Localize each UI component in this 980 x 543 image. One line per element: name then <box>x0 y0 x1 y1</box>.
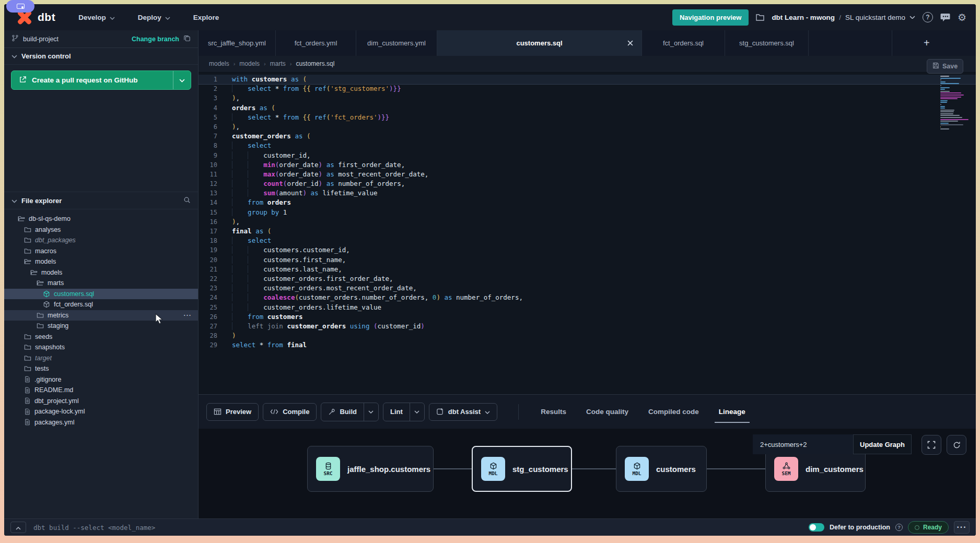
lineage-node-jaffle_shop-customers[interactable]: SRCjaffle_shop.customers <box>307 446 434 492</box>
breadcrumb-models[interactable]: models <box>239 60 260 67</box>
collapse-command-bar-button[interactable] <box>10 522 26 533</box>
code-line-11[interactable]: 11 max(order_date) as most_recent_order_… <box>199 170 976 179</box>
code-line-12[interactable]: 12 count(order_id) as number_of_orders, <box>199 179 976 188</box>
lineage-canvas[interactable]: SRCjaffle_shop.customersMDLstg_customers… <box>199 429 976 518</box>
code-line-5[interactable]: 5 select * from {{ ref('fct_orders')}} <box>199 113 976 122</box>
code-line-1[interactable]: 1with customers as ( <box>199 75 976 84</box>
create-pr-button[interactable]: Create a pull request on GitHub <box>11 70 191 90</box>
build-button[interactable]: Build <box>321 403 364 421</box>
project-breadcrumb[interactable]: dbt Learn - mwong / SL quickstart demo <box>772 14 915 21</box>
settings-gear-icon[interactable]: ⚙ <box>958 11 966 23</box>
panel-tab-results[interactable]: Results <box>540 403 567 421</box>
tree-item-dbt-project-yml[interactable]: dbt_project.yml <box>4 396 198 407</box>
tree-item-snapshots[interactable]: snapshots <box>4 342 198 353</box>
code-line-10[interactable]: 10 min(order_date) as first_order_date, <box>199 160 976 170</box>
code-line-7[interactable]: 7customer_orders as ( <box>199 132 976 141</box>
code-line-24[interactable]: 24 coalesce(customer_orders.number_of_or… <box>199 293 976 302</box>
tree-item-tests[interactable]: tests <box>4 363 198 374</box>
tree-item--gitignore[interactable]: .gitignore <box>4 374 198 385</box>
code-editor[interactable]: 1with customers as (2 select * from {{ r… <box>199 72 976 394</box>
breadcrumb-customers-sql[interactable]: customers.sql <box>296 60 334 67</box>
code-line-17[interactable]: 17final as ( <box>199 227 976 236</box>
tree-item-target[interactable]: target <box>4 353 198 364</box>
update-graph-button[interactable]: Update Graph <box>853 434 912 454</box>
close-tab-icon[interactable] <box>627 40 633 46</box>
navigation-preview-button[interactable]: Navigation preview <box>672 9 749 26</box>
copy-icon[interactable] <box>183 34 191 43</box>
tree-item-metrics[interactable]: metrics··· <box>4 310 198 321</box>
code-line-27[interactable]: 27 left join customer_orders using (cust… <box>199 322 976 331</box>
lint-button[interactable]: Lint <box>383 403 410 421</box>
lineage-node-stg_customers[interactable]: MDLstg_customers <box>472 446 572 492</box>
pr-dropdown-toggle[interactable] <box>173 71 191 89</box>
defer-toggle[interactable] <box>809 523 824 532</box>
tree-item-seeds[interactable]: seeds <box>4 332 198 343</box>
refresh-icon[interactable] <box>947 435 966 455</box>
change-branch-link[interactable]: Change branch <box>132 36 179 43</box>
tree-item-packages-yml[interactable]: packages.yml <box>4 417 198 428</box>
command-input[interactable]: dbt build --select <model_name> <box>33 524 155 532</box>
environment-name[interactable]: SL quickstart demo <box>845 14 905 21</box>
code-line-25[interactable]: 25 customer_orders.lifetime_value <box>199 303 976 312</box>
tree-item-readme-md[interactable]: README.md <box>4 385 198 396</box>
code-line-20[interactable]: 20 customers.first_name, <box>199 255 976 265</box>
code-line-19[interactable]: 19 customers.customer_id, <box>199 245 976 255</box>
feedback-chat-icon[interactable] <box>940 13 950 22</box>
tree-item-fct-orders-sql[interactable]: fct_orders.sql <box>4 299 198 310</box>
tree-item-db-sl-qs-demo[interactable]: db-sl-qs-demo <box>4 214 198 225</box>
tree-item-models[interactable]: models <box>4 267 198 278</box>
search-icon[interactable] <box>183 196 191 205</box>
breadcrumb-marts[interactable]: marts <box>270 60 286 67</box>
panel-tab-compiled-code[interactable]: Compiled code <box>647 403 700 421</box>
tree-item-staging[interactable]: staging <box>4 321 198 332</box>
nav-item-explore[interactable]: Explore <box>193 14 219 21</box>
version-control-header[interactable]: Version control <box>4 48 198 65</box>
tree-item-dbt-packages[interactable]: dbt_packages <box>4 235 198 246</box>
lint-button-dropdown[interactable] <box>410 403 424 421</box>
fullscreen-icon[interactable] <box>921 435 941 455</box>
status-badge[interactable]: Ready <box>908 521 949 534</box>
defer-help-icon[interactable]: ? <box>895 524 903 531</box>
code-line-13[interactable]: 13 sum(amount) as lifetime_value <box>199 188 976 198</box>
tree-item-macros[interactable]: macros <box>4 246 198 257</box>
code-line-9[interactable]: 9 customer_id, <box>199 151 976 160</box>
code-line-16[interactable]: 16), <box>199 217 976 227</box>
chevron-down-icon[interactable] <box>909 16 915 19</box>
tree-item-analyses[interactable]: analyses <box>4 225 198 235</box>
code-line-8[interactable]: 8 select <box>199 141 976 150</box>
build-button-dropdown[interactable] <box>364 403 378 421</box>
panel-tab-lineage[interactable]: Lineage <box>718 403 746 421</box>
breadcrumb-models[interactable]: models <box>209 60 229 67</box>
code-line-28[interactable]: 28) <box>199 331 976 340</box>
lineage-node-customers[interactable]: MDLcustomers <box>616 446 707 492</box>
editor-minimap[interactable] <box>940 76 970 130</box>
tree-item-customers-sql[interactable]: customers.sql <box>4 289 198 300</box>
nav-item-deploy[interactable]: Deploy <box>138 14 170 21</box>
editor-tab-customers-sql[interactable]: customers.sql <box>437 30 642 56</box>
help-icon[interactable]: ? <box>923 12 933 22</box>
code-line-21[interactable]: 21 customers.last_name, <box>199 265 976 274</box>
tree-item-marts[interactable]: marts <box>4 278 198 289</box>
more-options-button[interactable]: ··· <box>954 521 970 534</box>
file-explorer-header[interactable]: File explorer <box>4 192 198 209</box>
tree-item-models[interactable]: models <box>4 256 198 267</box>
code-line-3[interactable]: 3), <box>199 93 976 103</box>
code-line-6[interactable]: 6), <box>199 122 976 132</box>
code-line-14[interactable]: 14 from orders <box>199 198 976 207</box>
project-name[interactable]: dbt Learn - mwong <box>772 14 835 21</box>
code-line-22[interactable]: 22 customer_orders.first_order_date, <box>199 274 976 284</box>
editor-tab-src_jaffle_shop-yml[interactable]: src_jaffle_shop.yml <box>199 30 276 56</box>
editor-tab-fct_orders-yml[interactable]: fct_orders.yml <box>276 30 356 56</box>
code-line-29[interactable]: 29select * from final <box>199 340 976 350</box>
preview-button[interactable]: Preview <box>206 403 259 421</box>
tree-item-package-lock-yml[interactable]: package-lock.yml <box>4 406 198 417</box>
code-line-18[interactable]: 18 select <box>199 236 976 245</box>
new-tab-button[interactable]: + <box>892 30 976 56</box>
code-line-15[interactable]: 15 group by 1 <box>199 208 976 217</box>
item-menu-button[interactable]: ··· <box>184 312 192 319</box>
editor-tab-stg_customers-sql[interactable]: stg_customers.sql <box>725 30 809 56</box>
code-line-2[interactable]: 2 select * from {{ ref('stg_customers')}… <box>199 84 976 93</box>
editor-tab-dim_customers-yml[interactable]: dim_customers.yml <box>356 30 437 56</box>
editor-tab-fct_orders-sql[interactable]: fct_orders.sql <box>642 30 725 56</box>
nav-item-develop[interactable]: Develop <box>78 14 115 21</box>
